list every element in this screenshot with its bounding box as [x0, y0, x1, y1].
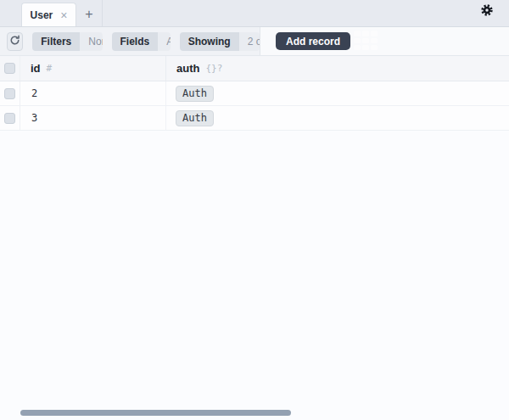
- table-header: id # auth {}?: [0, 56, 509, 81]
- int-type-icon: #: [47, 63, 53, 74]
- fields-button[interactable]: Fields All: [112, 32, 171, 51]
- showing-button[interactable]: Showing 2 of 2: [180, 32, 260, 51]
- plus-icon: +: [85, 7, 92, 22]
- fields-label: Fields: [112, 32, 159, 51]
- refresh-button[interactable]: [7, 32, 23, 51]
- close-icon[interactable]: ×: [60, 11, 67, 20]
- column-name: auth: [176, 62, 199, 75]
- row-checkbox[interactable]: [4, 113, 15, 124]
- table-row[interactable]: 3 Auth: [0, 106, 509, 131]
- studio-window: User × +: [0, 0, 509, 420]
- horizontal-scrollbar-thumb[interactable]: [20, 410, 291, 416]
- toolbar-left: Filters None Fields All Showing 2 of 2: [0, 27, 260, 55]
- filters-value: None: [80, 32, 102, 51]
- gear-icon[interactable]: [480, 3, 494, 17]
- filters-label: Filters: [32, 32, 80, 51]
- cell-id[interactable]: 3: [20, 106, 166, 130]
- auth-relation-badge[interactable]: Auth: [176, 86, 214, 102]
- json-optional-type-icon: {}?: [205, 63, 222, 74]
- auth-relation-badge[interactable]: Auth: [176, 110, 214, 126]
- row-checkbox[interactable]: [4, 88, 15, 99]
- cell-id[interactable]: 2: [20, 81, 166, 105]
- toolbar: Filters None Fields All Showing 2 of 2 A…: [0, 27, 509, 56]
- fields-value: All: [158, 32, 170, 51]
- table-grid-icon: [353, 30, 378, 55]
- tab-bar: User × +: [0, 0, 509, 27]
- table-empty-area: [0, 131, 509, 420]
- toolbar-right: Add record: [260, 27, 509, 55]
- tab-user[interactable]: User ×: [21, 3, 76, 26]
- add-record-button[interactable]: Add record: [276, 32, 350, 50]
- row-checkbox-cell: [0, 81, 20, 105]
- cell-auth[interactable]: Auth: [166, 81, 509, 105]
- tab-label: User: [31, 9, 53, 21]
- showing-label: Showing: [180, 32, 239, 51]
- row-checkbox-cell: [0, 106, 20, 130]
- showing-value: 2 of 2: [239, 32, 260, 51]
- cell-auth[interactable]: Auth: [166, 106, 509, 130]
- filters-button[interactable]: Filters None: [32, 32, 102, 51]
- refresh-icon: [9, 35, 20, 48]
- column-name: id: [31, 62, 41, 75]
- header-checkbox-cell: [0, 56, 20, 81]
- add-tab-button[interactable]: +: [76, 3, 102, 26]
- column-header-auth[interactable]: auth {}?: [166, 56, 509, 81]
- column-header-id[interactable]: id #: [20, 56, 166, 81]
- tab-bar-divider: [102, 0, 103, 26]
- select-all-checkbox[interactable]: [4, 63, 15, 74]
- table-row[interactable]: 2 Auth: [0, 81, 509, 106]
